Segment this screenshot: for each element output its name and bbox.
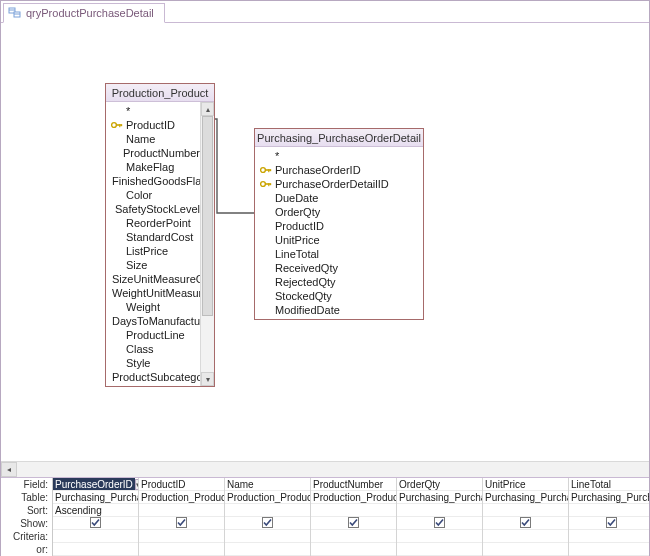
field-row[interactable]: SizeUnitMeasureCode	[106, 272, 200, 286]
qbe-show-cell[interactable]	[483, 517, 568, 530]
field-row[interactable]: ReorderPoint	[106, 216, 200, 230]
field-row[interactable]: ListPrice	[106, 244, 200, 258]
table-header[interactable]: Production_Product	[106, 84, 214, 102]
qbe-field-cell[interactable]: OrderQty	[397, 478, 482, 491]
table-header[interactable]: Purchasing_PurchaseOrderDetail	[255, 129, 423, 147]
qbe-sort-cell[interactable]	[569, 504, 649, 517]
field-row[interactable]: WeightUnitMeasureCo	[106, 286, 200, 300]
qbe-field-cell[interactable]: UnitPrice	[483, 478, 568, 491]
qbe-field-cell[interactable]: LineTotal	[569, 478, 649, 491]
qbe-field-cell[interactable]: PurchaseOrderID▾	[53, 478, 138, 491]
qbe-table-cell[interactable]: Production_Product	[225, 491, 310, 504]
qbe-sort-cell[interactable]	[483, 504, 568, 517]
field-row[interactable]: OrderQty	[255, 205, 423, 219]
qbe-or-cell[interactable]	[139, 543, 224, 556]
scroll-left-arrow-icon[interactable]: ◂	[1, 462, 17, 477]
svg-rect-9	[265, 169, 271, 171]
field-row[interactable]: ProductSubcategoryID	[106, 370, 200, 384]
field-list[interactable]: *ProductIDNameProductNumberMakeFlagFinis…	[106, 102, 200, 386]
qbe-or-cell[interactable]	[569, 543, 649, 556]
qbe-criteria-cell[interactable]	[483, 530, 568, 543]
show-checkbox[interactable]	[606, 517, 617, 528]
show-checkbox[interactable]	[90, 517, 101, 528]
qbe-criteria-cell[interactable]	[569, 530, 649, 543]
qbe-criteria-cell[interactable]	[311, 530, 396, 543]
table-purchasing-pod[interactable]: Purchasing_PurchaseOrderDetail *Purchase…	[254, 128, 424, 320]
field-row[interactable]: MakeFlag	[106, 160, 200, 174]
show-checkbox[interactable]	[434, 517, 445, 528]
qbe-sort-cell[interactable]: Ascending	[53, 504, 138, 517]
scroll-down-arrow-icon[interactable]: ▾	[201, 372, 214, 386]
field-row[interactable]: PurchaseOrderID	[255, 163, 423, 177]
qbe-show-cell[interactable]	[53, 517, 138, 530]
field-row[interactable]: Size	[106, 258, 200, 272]
qbe-show-cell[interactable]	[225, 517, 310, 530]
qbe-show-cell[interactable]	[397, 517, 482, 530]
qbe-table-cell[interactable]: Purchasing_Purchase	[53, 491, 138, 504]
show-checkbox[interactable]	[520, 517, 531, 528]
qbe-criteria-cell[interactable]	[225, 530, 310, 543]
field-name: ReceivedQty	[275, 262, 338, 274]
qbe-sort-cell[interactable]	[139, 504, 224, 517]
qbe-sort-cell[interactable]	[225, 504, 310, 517]
qbe-table-cell[interactable]: Purchasing_Purchase	[397, 491, 482, 504]
qbe-or-cell[interactable]	[225, 543, 310, 556]
field-row[interactable]: UnitPrice	[255, 233, 423, 247]
field-row[interactable]: Color	[106, 188, 200, 202]
dropdown-arrow-icon[interactable]: ▾	[135, 479, 138, 490]
scroll-track[interactable]	[17, 462, 649, 477]
qbe-criteria-cell[interactable]	[53, 530, 138, 543]
field-row[interactable]: DaysToManufacture	[106, 314, 200, 328]
field-row[interactable]: FinishedGoodsFlag	[106, 174, 200, 188]
field-row[interactable]: ProductLine	[106, 328, 200, 342]
qbe-table-cell[interactable]: Production_Product	[311, 491, 396, 504]
field-row[interactable]: *	[255, 149, 423, 163]
field-row[interactable]: SafetyStockLevel	[106, 202, 200, 216]
table-production-product[interactable]: Production_Product *ProductIDNameProduct…	[105, 83, 215, 387]
qbe-field-cell[interactable]: ProductNumber	[311, 478, 396, 491]
field-row[interactable]: DueDate	[255, 191, 423, 205]
qbe-or-cell[interactable]	[483, 543, 568, 556]
qbe-show-cell[interactable]	[139, 517, 224, 530]
vertical-scrollbar[interactable]: ▴ ▾	[200, 102, 214, 386]
qbe-sort-cell[interactable]	[397, 504, 482, 517]
tab-qryProductPurchaseDetail[interactable]: qryProductPurchaseDetail	[3, 3, 165, 23]
qbe-or-cell[interactable]	[53, 543, 138, 556]
relationship-design-area[interactable]: Production_Product *ProductIDNameProduct…	[1, 23, 649, 461]
qbe-show-cell[interactable]	[569, 517, 649, 530]
field-row[interactable]: ProductNumber	[106, 146, 200, 160]
show-checkbox[interactable]	[262, 517, 273, 528]
field-row[interactable]: Weight	[106, 300, 200, 314]
qbe-or-cell[interactable]	[397, 543, 482, 556]
field-row[interactable]: *	[106, 104, 200, 118]
horizontal-scrollbar[interactable]: ◂	[1, 461, 649, 477]
qbe-field-cell[interactable]: Name	[225, 478, 310, 491]
field-row[interactable]: Class	[106, 342, 200, 356]
field-row[interactable]: Name	[106, 132, 200, 146]
scroll-thumb[interactable]	[202, 116, 213, 316]
qbe-table-cell[interactable]: Production_Product	[139, 491, 224, 504]
field-row[interactable]: LineTotal	[255, 247, 423, 261]
scroll-up-arrow-icon[interactable]: ▴	[201, 102, 214, 116]
qbe-criteria-cell[interactable]	[397, 530, 482, 543]
field-row[interactable]: RejectedQty	[255, 275, 423, 289]
show-checkbox[interactable]	[348, 517, 359, 528]
field-row[interactable]: ModifiedDate	[255, 303, 423, 317]
qbe-field-cell[interactable]: ProductID	[139, 478, 224, 491]
field-row[interactable]: ProductID	[255, 219, 423, 233]
qbe-table-cell[interactable]: Purchasing_Purchase	[483, 491, 568, 504]
field-list[interactable]: *PurchaseOrderIDPurchaseOrderDetailIDDue…	[255, 147, 423, 319]
show-checkbox[interactable]	[176, 517, 187, 528]
field-row[interactable]: StandardCost	[106, 230, 200, 244]
field-row[interactable]: Style	[106, 356, 200, 370]
field-row[interactable]: ProductID	[106, 118, 200, 132]
field-row[interactable]: StockedQty	[255, 289, 423, 303]
qbe-sort-cell[interactable]	[311, 504, 396, 517]
qbe-criteria-cell[interactable]	[139, 530, 224, 543]
qbe-show-cell[interactable]	[311, 517, 396, 530]
scroll-track[interactable]	[201, 116, 214, 372]
qbe-table-cell[interactable]: Purchasing_Purchase	[569, 491, 649, 504]
qbe-or-cell[interactable]	[311, 543, 396, 556]
field-row[interactable]: PurchaseOrderDetailID	[255, 177, 423, 191]
field-row[interactable]: ReceivedQty	[255, 261, 423, 275]
